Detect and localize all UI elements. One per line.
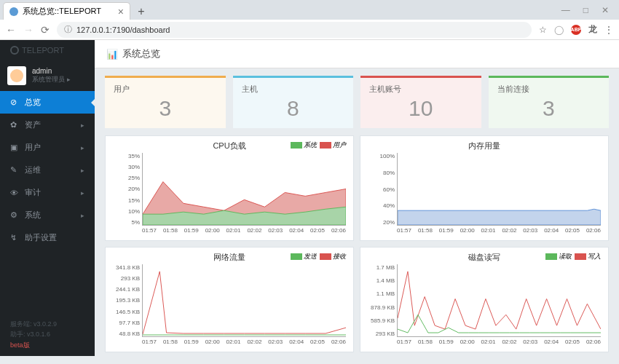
plot-area — [142, 153, 346, 226]
avatar — [7, 66, 26, 85]
nav-ops[interactable]: ✎运维▸ — [0, 159, 95, 181]
logo-icon — [10, 46, 19, 55]
x-axis: 01:5701:5801:5902:0002:0102:0202:0302:04… — [368, 339, 601, 345]
logo[interactable]: TELEPORT — [0, 40, 95, 60]
plot-area — [397, 264, 601, 337]
close-window-button[interactable]: ✕ — [602, 5, 609, 15]
ext-icon-1[interactable]: ◯ — [554, 25, 564, 35]
tab-title: 系统总览::TELEPORT — [23, 6, 101, 17]
page-title: 系统总览 — [122, 47, 160, 60]
chevron-right-icon: ▸ — [81, 167, 84, 174]
x-axis: 01:5701:5801:5902:0002:0102:0202:0302:04… — [113, 227, 346, 234]
assistant-icon: ↯ — [10, 233, 19, 242]
favicon-icon — [9, 7, 18, 16]
chart-disk: 磁盘读写 读取写入 1.7 MB1.4 MB1.1 MB878.9 KB585.… — [360, 247, 609, 352]
y-axis: 100%80%60%40%20% — [368, 153, 397, 226]
menu-icon[interactable]: ⋮ — [604, 25, 613, 35]
dashboard-header-icon: 📊 — [106, 49, 118, 60]
site-info-icon[interactable]: ⓘ — [64, 24, 72, 35]
nav-audit[interactable]: 👁审计▸ — [0, 181, 95, 204]
extensions-area: ☆ ◯ ABP 龙 ⋮ — [539, 23, 613, 36]
chevron-right-icon: ▸ — [81, 122, 84, 129]
assets-icon: ✿ — [10, 120, 19, 130]
nav-assistant[interactable]: ↯助手设置 — [0, 226, 95, 249]
user-block[interactable]: admin 系统管理员 ▸ — [0, 60, 95, 91]
legend: 发送接收 — [291, 252, 346, 261]
forward-button[interactable]: → — [23, 24, 33, 36]
server-version: 服务端: v3.0.2.9 — [10, 319, 84, 329]
nav-assets[interactable]: ✿资产▸ — [0, 114, 95, 136]
users-icon: ▣ — [10, 143, 19, 152]
ops-icon: ✎ — [10, 165, 19, 175]
user-name: admin — [32, 67, 71, 75]
url-input[interactable]: ⓘ 127.0.0.1:7190/dashboard — [57, 22, 532, 38]
beta-link[interactable]: beta版 — [10, 340, 84, 350]
close-tab-icon[interactable]: × — [118, 6, 124, 17]
y-axis: 341.8 KB293 KB244.1 KB195.3 KB146.5 KB97… — [113, 264, 142, 337]
chart-memory: 内存用量 100%80%60%40%20% 01:5701:5801:5902:… — [360, 135, 609, 241]
user-role: 系统管理员 ▸ — [32, 75, 71, 84]
legend: 读取写入 — [545, 252, 601, 261]
reload-button[interactable]: ⟳ — [41, 24, 50, 36]
nav-system[interactable]: ⚙系统▸ — [0, 204, 95, 226]
chart-network: 网络流量 发送接收 341.8 KB293 KB244.1 KB195.3 KB… — [105, 247, 354, 352]
nav-overview[interactable]: ⊘总览 — [0, 91, 95, 114]
card-users[interactable]: 用户3 — [105, 76, 226, 128]
charts-grid: CPU负载 系统用户 35%30%25%20%15%10%5% 01:5701:… — [95, 135, 619, 356]
abp-icon[interactable]: ABP — [571, 25, 581, 35]
legend: 系统用户 — [291, 141, 346, 150]
plot-area — [142, 264, 346, 337]
new-tab-button[interactable]: + — [133, 4, 149, 20]
stat-cards: 用户3 主机8 主机账号10 当前连接3 — [95, 68, 619, 135]
maximize-button[interactable]: □ — [583, 5, 588, 15]
page-header: 📊 系统总览 — [95, 40, 619, 68]
minimize-button[interactable]: — — [561, 5, 570, 15]
audit-icon: 👁 — [10, 189, 19, 197]
nav-menu: ⊘总览 ✿资产▸ ▣用户▸ ✎运维▸ 👁审计▸ ⚙系统▸ ↯助手设置 — [0, 91, 95, 249]
chevron-right-icon: ▸ — [81, 212, 84, 219]
bookmark-icon[interactable]: ☆ — [539, 25, 547, 35]
chevron-right-icon: ▸ — [81, 144, 84, 151]
ext-icon-2[interactable]: 龙 — [588, 23, 597, 36]
chart-cpu: CPU负载 系统用户 35%30%25%20%15%10%5% 01:5701:… — [105, 135, 354, 241]
x-axis: 01:5701:5801:5902:0002:0102:0202:0302:04… — [113, 339, 346, 345]
card-hosts[interactable]: 主机8 — [233, 76, 354, 128]
browser-tabbar: 系统总览::TELEPORT × + — □ ✕ — [0, 0, 619, 20]
back-button[interactable]: ← — [6, 24, 16, 36]
dashboard-icon: ⊘ — [10, 98, 19, 107]
plot-area — [397, 153, 601, 226]
version-info: 服务端: v3.0.2.9 助手: v3.0.1.6 beta版 — [0, 313, 95, 356]
main-content: 📊 系统总览 用户3 主机8 主机账号10 当前连接3 CPU负载 系统用户 3… — [95, 40, 619, 356]
nav-users[interactable]: ▣用户▸ — [0, 136, 95, 159]
sidebar: TELEPORT admin 系统管理员 ▸ ⊘总览 ✿资产▸ ▣用户▸ ✎运维… — [0, 40, 95, 356]
address-bar: ← → ⟳ ⓘ 127.0.0.1:7190/dashboard ☆ ◯ ABP… — [0, 20, 619, 40]
assistant-version: 助手: v3.0.1.6 — [10, 329, 84, 339]
browser-tab[interactable]: 系统总览::TELEPORT × — [3, 2, 130, 20]
chevron-right-icon: ▸ — [81, 189, 84, 197]
y-axis: 1.7 MB1.4 MB1.1 MB878.9 KB585.9 KB293 KB — [368, 264, 397, 337]
card-connections[interactable]: 当前连接3 — [489, 76, 610, 128]
url-text: 127.0.0.1:7190/dashboard — [76, 25, 170, 34]
gear-icon: ⚙ — [10, 210, 19, 220]
window-controls: — □ ✕ — [561, 5, 619, 20]
x-axis: 01:5701:5801:5902:0002:0102:0202:0302:04… — [368, 227, 601, 234]
card-accounts[interactable]: 主机账号10 — [360, 76, 481, 128]
y-axis: 35%30%25%20%15%10%5% — [113, 153, 142, 226]
